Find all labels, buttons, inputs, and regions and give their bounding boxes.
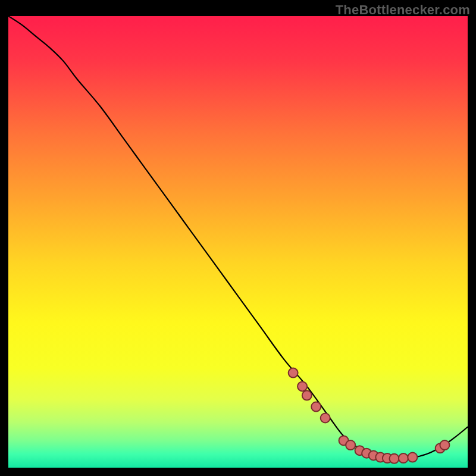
chart-marker [311,402,321,412]
chart-marker [321,414,330,423]
chart-marker [408,453,417,462]
chart-svg [8,16,468,468]
chart-marker [289,368,298,378]
chart-marker [302,391,312,400]
chart-marker [298,381,307,391]
chart-plot-area [8,16,468,468]
chart-marker [389,454,399,464]
chart-marker [440,440,449,450]
chart-marker [399,453,408,463]
chart-marker [346,440,355,450]
chart-background [8,16,468,468]
chart-frame: TheBottlenecker.com [0,0,476,476]
